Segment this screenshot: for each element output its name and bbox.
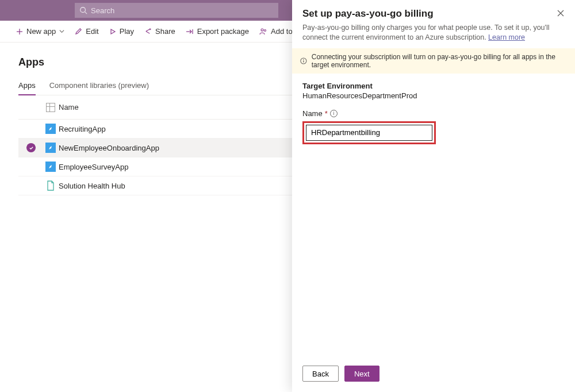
row-selected-icon[interactable]	[26, 143, 36, 152]
table-view-icon[interactable]	[46, 103, 55, 112]
canvas-app-icon	[45, 143, 56, 153]
new-app-button[interactable]: New app	[16, 27, 64, 36]
panel-footer: Back Next	[292, 360, 575, 392]
export-icon	[186, 28, 194, 35]
cmd-label: New app	[26, 27, 56, 36]
chevron-down-icon	[59, 29, 64, 34]
svg-marker-4	[111, 29, 115, 34]
panel-description: Pay-as-you-go billing only charges you f…	[302, 23, 565, 43]
cmd-label: Play	[120, 27, 134, 36]
search-box[interactable]: Search	[75, 3, 278, 18]
close-icon[interactable]	[557, 9, 565, 19]
info-bar: Connecting your subscription will turn o…	[292, 48, 575, 74]
svg-point-18	[303, 59, 304, 60]
next-button[interactable]: Next	[344, 366, 379, 382]
pencil-icon	[75, 28, 82, 35]
canvas-app-icon	[45, 162, 56, 172]
name-input[interactable]	[306, 125, 432, 141]
billing-panel: Set up pay-as-you-go billing Pay-as-you-…	[292, 0, 575, 392]
back-button[interactable]: Back	[302, 366, 339, 382]
play-icon	[109, 28, 116, 35]
share-icon	[144, 28, 152, 35]
svg-point-0	[80, 7, 86, 13]
info-icon	[300, 57, 307, 65]
tab-apps[interactable]: Apps	[18, 81, 36, 95]
svg-line-1	[85, 12, 87, 14]
share-button[interactable]: Share	[144, 27, 175, 36]
svg-marker-5	[150, 28, 151, 30]
name-field-highlight	[302, 121, 436, 144]
search-icon	[79, 6, 87, 14]
search-placeholder: Search	[91, 6, 114, 15]
svg-point-8	[261, 29, 263, 31]
cmd-label: Share	[155, 27, 175, 36]
play-button[interactable]: Play	[109, 27, 134, 36]
cmd-label: Edit	[86, 27, 98, 36]
cmd-label: Export package	[197, 27, 249, 36]
tab-component-libraries[interactable]: Component libraries (preview)	[49, 81, 149, 95]
learn-more-link[interactable]: Learn more	[488, 33, 525, 41]
name-field-label: Name * i	[302, 109, 565, 118]
svg-point-9	[264, 30, 266, 32]
model-app-icon	[45, 180, 56, 191]
info-text: Connecting your subscription will turn o…	[312, 53, 567, 69]
target-env-value: HumanResourcesDepartmentProd	[302, 91, 565, 100]
required-asterisk: *	[325, 109, 328, 118]
panel-title: Set up pay-as-you-go billing	[302, 8, 434, 20]
edit-button[interactable]: Edit	[75, 27, 98, 36]
plus-icon	[16, 28, 23, 35]
export-button[interactable]: Export package	[186, 27, 249, 36]
info-icon[interactable]: i	[330, 110, 338, 117]
target-env-label: Target Environment	[302, 82, 565, 90]
teams-icon	[259, 28, 267, 35]
canvas-app-icon	[45, 124, 56, 134]
